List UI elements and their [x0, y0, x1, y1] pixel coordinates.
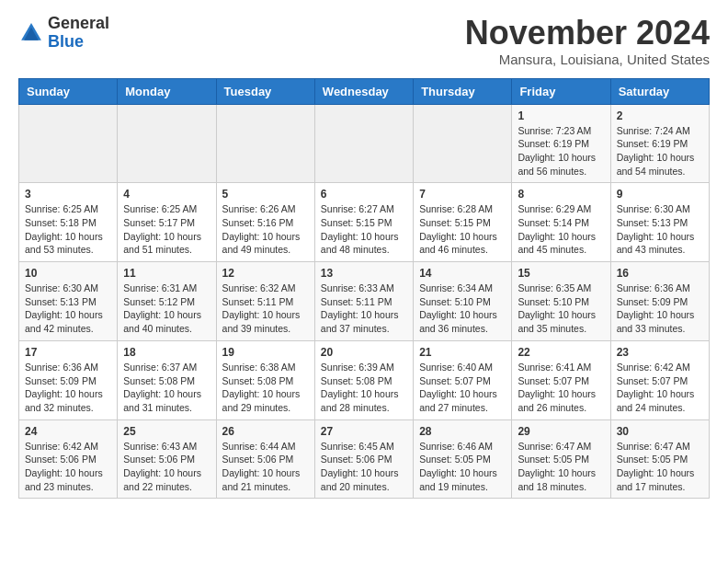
calendar-cell: 10Sunrise: 6:30 AM Sunset: 5:13 PM Dayli… [19, 262, 118, 341]
calendar-cell: 1Sunrise: 7:23 AM Sunset: 6:19 PM Daylig… [512, 104, 610, 183]
calendar-cell: 25Sunrise: 6:43 AM Sunset: 5:06 PM Dayli… [118, 419, 216, 499]
day-info: Sunrise: 6:32 AM Sunset: 5:11 PM Dayligh… [222, 282, 309, 336]
day-number: 24 [25, 425, 111, 438]
calendar-cell: 6Sunrise: 6:27 AM Sunset: 5:15 PM Daylig… [314, 183, 413, 262]
calendar-cell [19, 104, 118, 183]
day-number: 10 [25, 267, 111, 280]
day-info: Sunrise: 6:36 AM Sunset: 5:09 PM Dayligh… [25, 361, 111, 415]
calendar-header-sunday: Sunday [19, 78, 118, 104]
logo-blue: Blue [48, 33, 109, 52]
calendar-cell: 9Sunrise: 6:30 AM Sunset: 5:13 PM Daylig… [610, 183, 709, 262]
calendar-cell: 3Sunrise: 6:25 AM Sunset: 5:18 PM Daylig… [19, 183, 118, 262]
calendar-cell: 29Sunrise: 6:47 AM Sunset: 5:05 PM Dayli… [512, 419, 610, 499]
calendar-cell: 27Sunrise: 6:45 AM Sunset: 5:06 PM Dayli… [314, 419, 413, 499]
day-info: Sunrise: 6:47 AM Sunset: 5:05 PM Dayligh… [518, 440, 604, 494]
logo: General Blue [18, 15, 109, 52]
day-number: 12 [222, 267, 309, 280]
day-info: Sunrise: 6:36 AM Sunset: 5:09 PM Dayligh… [617, 282, 703, 336]
day-info: Sunrise: 6:27 AM Sunset: 5:15 PM Dayligh… [321, 202, 407, 257]
calendar-cell: 22Sunrise: 6:41 AM Sunset: 5:07 PM Dayli… [512, 340, 610, 419]
day-info: Sunrise: 6:29 AM Sunset: 5:14 PM Dayligh… [518, 202, 604, 257]
logo-icon [18, 20, 44, 46]
day-number: 18 [123, 346, 210, 359]
calendar-cell: 17Sunrise: 6:36 AM Sunset: 5:09 PM Dayli… [19, 340, 118, 419]
day-info: Sunrise: 6:30 AM Sunset: 5:13 PM Dayligh… [617, 202, 703, 257]
day-number: 26 [222, 425, 309, 438]
calendar-cell: 23Sunrise: 6:42 AM Sunset: 5:07 PM Dayli… [610, 340, 709, 419]
calendar-week-2: 10Sunrise: 6:30 AM Sunset: 5:13 PM Dayli… [19, 262, 710, 341]
calendar-header-friday: Friday [512, 78, 610, 104]
day-info: Sunrise: 6:45 AM Sunset: 5:06 PM Dayligh… [321, 440, 407, 494]
calendar-header-row: SundayMondayTuesdayWednesdayThursdayFrid… [19, 78, 710, 104]
calendar-week-0: 1Sunrise: 7:23 AM Sunset: 6:19 PM Daylig… [19, 104, 710, 183]
calendar-cell: 21Sunrise: 6:40 AM Sunset: 5:07 PM Dayli… [414, 340, 512, 419]
calendar-cell: 24Sunrise: 6:42 AM Sunset: 5:06 PM Dayli… [19, 419, 118, 499]
day-info: Sunrise: 6:28 AM Sunset: 5:15 PM Dayligh… [419, 202, 506, 257]
day-info: Sunrise: 6:33 AM Sunset: 5:11 PM Dayligh… [321, 282, 407, 336]
calendar-cell: 8Sunrise: 6:29 AM Sunset: 5:14 PM Daylig… [512, 183, 610, 262]
calendar-cell: 28Sunrise: 6:46 AM Sunset: 5:05 PM Dayli… [414, 419, 512, 499]
day-info: Sunrise: 6:46 AM Sunset: 5:05 PM Dayligh… [419, 440, 506, 494]
calendar-cell [414, 104, 512, 183]
day-info: Sunrise: 6:39 AM Sunset: 5:08 PM Dayligh… [321, 361, 407, 415]
day-number: 22 [518, 346, 604, 359]
day-number: 11 [123, 267, 210, 280]
calendar-week-1: 3Sunrise: 6:25 AM Sunset: 5:18 PM Daylig… [19, 183, 710, 262]
day-number: 15 [518, 267, 604, 280]
calendar-cell: 7Sunrise: 6:28 AM Sunset: 5:15 PM Daylig… [414, 183, 512, 262]
calendar-cell: 11Sunrise: 6:31 AM Sunset: 5:12 PM Dayli… [118, 262, 216, 341]
day-info: Sunrise: 6:37 AM Sunset: 5:08 PM Dayligh… [123, 361, 210, 415]
day-number: 19 [222, 346, 309, 359]
calendar-cell: 4Sunrise: 6:25 AM Sunset: 5:17 PM Daylig… [118, 183, 216, 262]
title-section: November 2024 Mansura, Louisiana, United… [465, 15, 710, 67]
logo-general: General [48, 15, 109, 33]
day-number: 16 [617, 267, 703, 280]
calendar-week-4: 24Sunrise: 6:42 AM Sunset: 5:06 PM Dayli… [19, 419, 710, 499]
page: General Blue November 2024 Mansura, Loui… [0, 0, 728, 517]
day-number: 28 [419, 425, 506, 438]
calendar-cell: 19Sunrise: 6:38 AM Sunset: 5:08 PM Dayli… [216, 340, 314, 419]
day-info: Sunrise: 6:47 AM Sunset: 5:05 PM Dayligh… [617, 440, 703, 494]
calendar-cell: 26Sunrise: 6:44 AM Sunset: 5:06 PM Dayli… [216, 419, 314, 499]
calendar-cell: 12Sunrise: 6:32 AM Sunset: 5:11 PM Dayli… [216, 262, 314, 341]
day-number: 7 [419, 188, 506, 201]
day-number: 21 [419, 346, 506, 359]
day-number: 5 [222, 188, 309, 201]
calendar-cell: 2Sunrise: 7:24 AM Sunset: 6:19 PM Daylig… [610, 104, 709, 183]
day-info: Sunrise: 6:34 AM Sunset: 5:10 PM Dayligh… [419, 282, 506, 336]
calendar-cell [118, 104, 216, 183]
day-info: Sunrise: 6:31 AM Sunset: 5:12 PM Dayligh… [123, 282, 210, 336]
calendar-header-wednesday: Wednesday [314, 78, 413, 104]
calendar-cell: 30Sunrise: 6:47 AM Sunset: 5:05 PM Dayli… [610, 419, 709, 499]
day-info: Sunrise: 6:38 AM Sunset: 5:08 PM Dayligh… [222, 361, 309, 415]
day-info: Sunrise: 6:43 AM Sunset: 5:06 PM Dayligh… [123, 440, 210, 494]
calendar-cell: 16Sunrise: 6:36 AM Sunset: 5:09 PM Dayli… [610, 262, 709, 341]
header: General Blue November 2024 Mansura, Loui… [18, 15, 710, 67]
day-number: 23 [617, 346, 703, 359]
calendar-cell: 5Sunrise: 6:26 AM Sunset: 5:16 PM Daylig… [216, 183, 314, 262]
day-info: Sunrise: 6:42 AM Sunset: 5:06 PM Dayligh… [25, 440, 111, 494]
calendar-cell: 18Sunrise: 6:37 AM Sunset: 5:08 PM Dayli… [118, 340, 216, 419]
calendar-header-tuesday: Tuesday [216, 78, 314, 104]
day-info: Sunrise: 6:35 AM Sunset: 5:10 PM Dayligh… [518, 282, 604, 336]
calendar-header-thursday: Thursday [414, 78, 512, 104]
calendar-cell [314, 104, 413, 183]
day-number: 1 [518, 109, 604, 122]
day-number: 30 [617, 425, 703, 438]
day-info: Sunrise: 6:40 AM Sunset: 5:07 PM Dayligh… [419, 361, 506, 415]
logo-text: General Blue [48, 15, 109, 52]
day-number: 6 [321, 188, 407, 201]
calendar-header-monday: Monday [118, 78, 216, 104]
location: Mansura, Louisiana, United States [465, 52, 710, 67]
day-number: 13 [321, 267, 407, 280]
calendar-week-3: 17Sunrise: 6:36 AM Sunset: 5:09 PM Dayli… [19, 340, 710, 419]
day-number: 9 [617, 188, 703, 201]
day-info: Sunrise: 6:41 AM Sunset: 5:07 PM Dayligh… [518, 361, 604, 415]
day-info: Sunrise: 6:26 AM Sunset: 5:16 PM Dayligh… [222, 202, 309, 257]
day-info: Sunrise: 6:25 AM Sunset: 5:18 PM Dayligh… [25, 202, 111, 257]
calendar-cell: 13Sunrise: 6:33 AM Sunset: 5:11 PM Dayli… [314, 262, 413, 341]
day-info: Sunrise: 6:25 AM Sunset: 5:17 PM Dayligh… [123, 202, 210, 257]
day-info: Sunrise: 7:23 AM Sunset: 6:19 PM Dayligh… [518, 124, 604, 178]
day-number: 8 [518, 188, 604, 201]
calendar-cell: 15Sunrise: 6:35 AM Sunset: 5:10 PM Dayli… [512, 262, 610, 341]
